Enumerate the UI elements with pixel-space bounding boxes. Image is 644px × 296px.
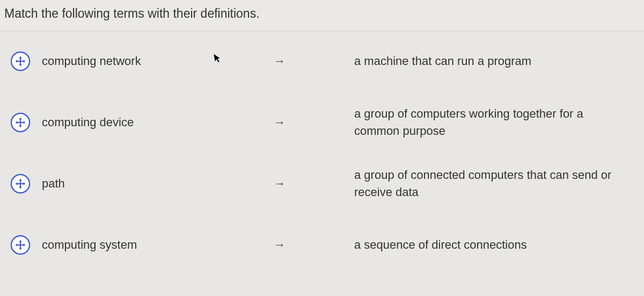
- svg-rect-7: [18, 244, 24, 246]
- match-row: path → a group of connected computers th…: [5, 164, 639, 203]
- definition-label: a group of connected computers that can …: [354, 167, 639, 201]
- svg-rect-3: [18, 122, 24, 123]
- move-handle-icon[interactable]: [11, 235, 30, 255]
- term-cell[interactable]: computing network: [5, 52, 274, 71]
- term-label: path: [42, 177, 65, 191]
- term-label: computing system: [42, 238, 137, 252]
- arrow-icon: →: [274, 54, 354, 68]
- term-cell[interactable]: computing device: [5, 113, 274, 132]
- match-row: computing system → a sequence of direct …: [5, 226, 639, 264]
- arrow-icon: →: [274, 238, 354, 252]
- term-label: computing device: [42, 115, 134, 129]
- definition-label: a group of computers working together fo…: [354, 105, 639, 140]
- definition-label: a sequence of direct connections: [354, 236, 639, 254]
- term-cell[interactable]: path: [5, 174, 274, 193]
- move-handle-icon[interactable]: [11, 113, 30, 132]
- svg-rect-5: [18, 183, 24, 184]
- match-row: computing network → a machine that can r…: [5, 42, 639, 81]
- move-handle-icon[interactable]: [11, 174, 30, 193]
- match-row: computing device → a group of computers …: [5, 103, 639, 142]
- term-cell[interactable]: computing system: [5, 235, 274, 255]
- matching-container: computing network → a machine that can r…: [0, 31, 644, 264]
- arrow-icon: →: [274, 115, 354, 129]
- term-label: computing network: [42, 54, 141, 68]
- move-handle-icon[interactable]: [11, 52, 30, 71]
- arrow-icon: →: [274, 177, 354, 191]
- svg-rect-1: [18, 61, 24, 62]
- question-prompt: Match the following terms with their def…: [0, 0, 644, 31]
- definition-label: a machine that can run a program: [354, 53, 639, 70]
